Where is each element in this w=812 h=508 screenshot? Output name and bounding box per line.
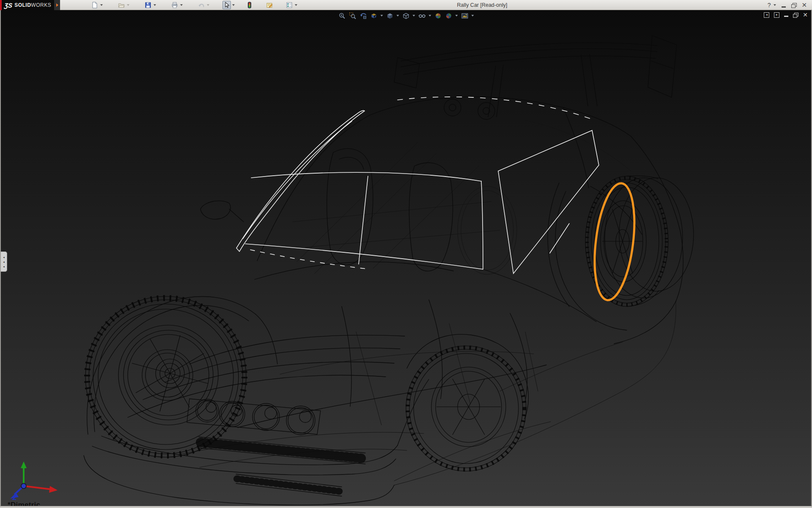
document-close-icon[interactable]: ✕ (803, 12, 808, 18)
feature-manager-collapsed-tab[interactable]: ◂ ◂ ◂ (1, 251, 7, 272)
save-button[interactable] (144, 1, 156, 9)
zoom-to-area-icon[interactable] (349, 12, 357, 19)
new-dropdown-caret[interactable] (100, 4, 103, 6)
menu-flyout-button[interactable] (54, 0, 60, 10)
front-lamp-pods[interactable] (187, 399, 321, 435)
solidworks-logo-glyph: ƷS (4, 2, 13, 9)
brand-text-bold: SOLID (14, 2, 31, 8)
a-pillar-highlight[interactable] (236, 110, 365, 251)
select-dropdown-caret[interactable] (232, 4, 235, 6)
help-icon[interactable]: ? (768, 0, 771, 10)
front-right-wheel[interactable] (406, 346, 526, 471)
rear-right-wheel[interactable] (585, 176, 694, 306)
car-wireframe-canvas[interactable] (1, 10, 811, 506)
view-settings-dropdown-caret[interactable] (472, 15, 474, 17)
front-left-wheel[interactable] (85, 296, 246, 457)
display-style-dropdown-caret[interactable] (413, 15, 415, 17)
document-restore-icon[interactable] (793, 13, 798, 17)
hide-show-items-icon[interactable] (418, 12, 426, 19)
windshield-divider[interactable] (359, 176, 368, 264)
options-dropdown-caret[interactable] (295, 4, 297, 6)
window-bottom-edge (0, 506, 812, 508)
print-dropdown-caret[interactable] (180, 4, 183, 6)
reference-triad (7, 460, 66, 502)
close-icon[interactable]: ✕ (801, 0, 807, 10)
apply-scene-icon[interactable] (445, 12, 453, 19)
options-button[interactable] (285, 1, 297, 9)
view-orientation-dropdown-caret[interactable] (397, 15, 399, 17)
highlighted-window-edges[interactable] (236, 97, 599, 273)
open-document-button[interactable] (117, 1, 129, 9)
options-checklist-icon[interactable] (285, 1, 294, 9)
zoom-to-fit-icon[interactable] (338, 12, 346, 19)
traffic-light-icon[interactable] (245, 1, 254, 9)
flyout-arrow-icon (56, 3, 58, 7)
open-folder-icon[interactable] (117, 1, 126, 9)
edit-appearance-icon[interactable] (434, 12, 442, 19)
section-view-dropdown-caret[interactable] (381, 15, 383, 17)
undo-button[interactable] (197, 1, 209, 9)
logo-red-stripe (0, 0, 2, 10)
heads-up-view-toolbar (338, 11, 474, 20)
document-minimize-icon[interactable] (784, 16, 788, 17)
new-document-icon[interactable] (91, 1, 99, 9)
view-settings-icon[interactable] (461, 12, 469, 19)
print-button[interactable] (170, 1, 183, 9)
hide-show-dropdown-caret[interactable] (429, 15, 431, 17)
save-dropdown-caret[interactable] (154, 4, 156, 6)
graphics-viewport[interactable]: ◂ ▸ ✕ ◂ ◂ ◂ *Dimetric (0, 10, 812, 506)
collapse-arrow-icon: ◂ (3, 255, 5, 260)
brand-text-light: WORKS (31, 2, 51, 8)
collapse-arrow-icon: ◂ (3, 264, 5, 269)
display-style-icon[interactable] (402, 12, 410, 19)
restore-icon[interactable] (791, 3, 796, 7)
undo-arrow-icon[interactable] (197, 1, 206, 9)
open-dropdown-caret[interactable] (127, 4, 129, 6)
help-dropdown-caret[interactable] (774, 4, 776, 6)
rear-wing[interactable] (394, 36, 677, 117)
solidworks-logo[interactable]: ƷS SOLIDWORKS (0, 0, 54, 10)
car-body-edges[interactable] (84, 97, 683, 505)
undo-dropdown-caret[interactable] (207, 4, 209, 6)
selected-edge-ellipse[interactable] (589, 181, 640, 303)
expand-pane-left-icon[interactable]: ◂ (764, 12, 769, 18)
note-pencil-icon[interactable] (265, 1, 274, 9)
rebuild-button[interactable] (245, 1, 254, 9)
print-icon[interactable] (170, 1, 179, 9)
expand-pane-right-icon[interactable]: ▸ (774, 12, 779, 18)
design-binder-button[interactable] (265, 1, 274, 9)
save-floppy-icon[interactable] (144, 1, 152, 9)
windshield-bottom-edge[interactable] (245, 244, 483, 269)
new-document-button[interactable] (91, 1, 103, 9)
document-window-controls: ◂ ▸ ✕ (764, 12, 808, 18)
solidworks-window: ƷS SOLIDWORKS (0, 0, 812, 508)
select-button[interactable] (222, 1, 235, 9)
previous-view-icon[interactable] (359, 12, 367, 19)
window-title: Rally Car [Read-only] (431, 0, 533, 10)
windshield-top-edge[interactable] (251, 172, 481, 181)
section-view-icon[interactable] (370, 12, 378, 19)
title-bar: ƷS SOLIDWORKS (0, 0, 812, 10)
view-orientation-cube-icon[interactable] (386, 12, 394, 19)
apply-scene-dropdown-caret[interactable] (455, 15, 458, 17)
window-controls: ? ✕ (768, 0, 807, 10)
select-cursor-icon[interactable] (222, 1, 231, 9)
minimize-icon[interactable] (782, 6, 786, 8)
collapse-arrow-icon: ◂ (3, 260, 5, 264)
